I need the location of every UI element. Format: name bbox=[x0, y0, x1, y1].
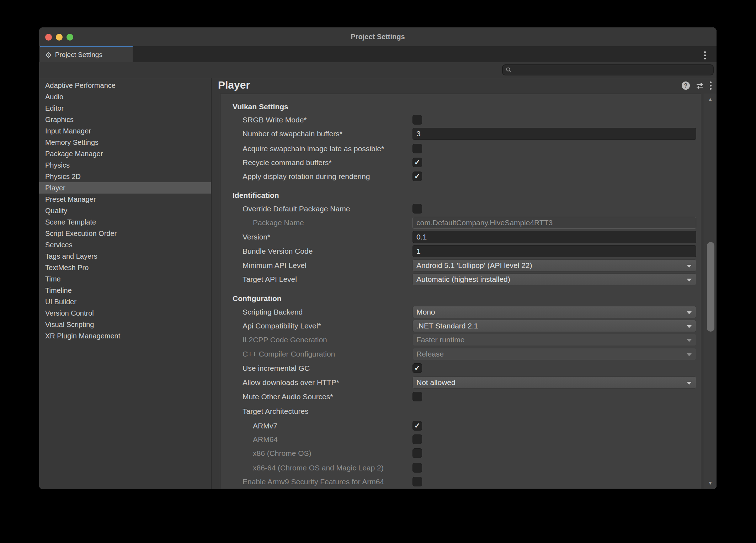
override-default-package-name-checkbox[interactable] bbox=[412, 204, 422, 213]
bundle-version-code-field[interactable]: 1 bbox=[412, 245, 696, 257]
search-input[interactable] bbox=[514, 67, 710, 74]
sidebar-item-adaptive-performance[interactable]: Adaptive Performance bbox=[39, 80, 211, 91]
target-api-level-value: Automatic (highest installed) bbox=[416, 275, 510, 283]
sidebar-item-services[interactable]: Services bbox=[39, 239, 211, 251]
title-bar: Project Settings bbox=[39, 27, 717, 46]
sidebar-item-textmesh-pro[interactable]: TextMesh Pro bbox=[39, 262, 211, 273]
label-number-of-swapchain-buffers: Number of swapchain buffers* bbox=[243, 130, 342, 138]
window-body: Adaptive PerformanceAudioEditorGraphicsI… bbox=[39, 78, 717, 489]
section-header-identification: Identification bbox=[233, 191, 279, 200]
chevron-down-icon bbox=[687, 279, 692, 281]
srgb-write-mode-checkbox[interactable] bbox=[412, 115, 422, 125]
section-header-configuration: Configuration bbox=[233, 294, 282, 303]
label-x86-64-chrome-os-and-magic-leap-2: x86-64 (Chrome OS and Magic Leap 2) bbox=[253, 464, 384, 472]
minimum-api-level-value: Android 5.1 'Lollipop' (API level 22) bbox=[416, 261, 532, 269]
tab-label: Project Settings bbox=[55, 51, 102, 59]
search-toolbar bbox=[39, 62, 717, 78]
chevron-down-icon bbox=[687, 265, 692, 268]
window-title: Project Settings bbox=[39, 27, 717, 46]
sidebar-item-xr-plugin-management[interactable]: XR Plugin Management bbox=[39, 330, 211, 342]
scroll-down-icon[interactable]: ▼ bbox=[704, 480, 717, 486]
label-use-incremental-gc: Use incremental GC bbox=[243, 364, 310, 373]
x86-chrome-os-checkbox bbox=[412, 448, 422, 458]
sidebar-item-script-execution-order[interactable]: Script Execution Order bbox=[39, 228, 211, 239]
label-armv7: ARMv7 bbox=[253, 422, 277, 430]
search-box[interactable] bbox=[502, 64, 714, 75]
apply-display-rotation-during-rendering-checkbox[interactable]: ✓ bbox=[412, 172, 422, 181]
sidebar-item-ui-builder[interactable]: UI Builder bbox=[39, 296, 211, 307]
allow-downloads-over-http-dropdown[interactable]: Not allowed bbox=[412, 376, 696, 389]
scripting-backend-dropdown[interactable]: Mono bbox=[412, 306, 696, 318]
tab-more-menu-icon[interactable] bbox=[704, 51, 706, 59]
label-minimum-api-level: Minimum API Level bbox=[243, 261, 307, 270]
vertical-scrollbar[interactable]: ▲ ▼ bbox=[704, 94, 717, 489]
label-c-compiler-configuration: C++ Compiler Configuration bbox=[243, 350, 335, 358]
recycle-command-buffers-checkbox[interactable]: ✓ bbox=[412, 158, 422, 167]
c-compiler-configuration-value: Release bbox=[416, 350, 444, 358]
sidebar-item-editor[interactable]: Editor bbox=[39, 102, 211, 114]
chevron-down-icon bbox=[687, 311, 692, 314]
label-bundle-version-code: Bundle Version Code bbox=[243, 247, 313, 255]
sidebar-item-preset-manager[interactable]: Preset Manager bbox=[39, 194, 211, 205]
mute-other-audio-sources-checkbox[interactable] bbox=[412, 392, 422, 401]
sidebar-item-input-manager[interactable]: Input Manager bbox=[39, 125, 211, 137]
page-title: Player bbox=[218, 79, 250, 91]
label-acquire-swapchain-image-late-as-possible: Acquire swapchain image late as possible… bbox=[243, 144, 384, 153]
scrollbar-thumb[interactable] bbox=[707, 242, 714, 332]
sidebar-item-tags-and-layers[interactable]: Tags and Layers bbox=[39, 251, 211, 262]
number-of-swapchain-buffers-field[interactable]: 3 bbox=[412, 128, 696, 140]
label-x86-chrome-os: x86 (Chrome OS) bbox=[253, 449, 312, 458]
sidebar-item-physics-2d[interactable]: Physics 2D bbox=[39, 171, 211, 182]
chevron-down-icon bbox=[687, 353, 692, 356]
sidebar-item-visual-scripting[interactable]: Visual Scripting bbox=[39, 319, 211, 330]
acquire-swapchain-image-late-as-possible-checkbox[interactable] bbox=[412, 144, 422, 153]
sidebar-item-scene-template[interactable]: Scene Template bbox=[39, 216, 211, 228]
api-compatibility-level-dropdown[interactable]: .NET Standard 2.1 bbox=[412, 320, 696, 332]
target-api-level-dropdown[interactable]: Automatic (highest installed) bbox=[412, 273, 696, 285]
sidebar-item-package-manager[interactable]: Package Manager bbox=[39, 148, 211, 159]
sidebar-item-timeline[interactable]: Timeline bbox=[39, 285, 211, 296]
sidebar-item-time[interactable]: Time bbox=[39, 273, 211, 285]
label-srgb-write-mode: SRGB Write Mode* bbox=[243, 116, 307, 124]
sidebar-item-audio[interactable]: Audio bbox=[39, 91, 211, 102]
pane-more-menu-icon[interactable] bbox=[710, 81, 712, 90]
il2cpp-code-generation-dropdown: Faster runtime bbox=[412, 334, 696, 346]
label-api-compatibility-level: Api Compatibility Level* bbox=[243, 322, 321, 330]
settings-scroll-panel: Vulkan SettingsSRGB Write Mode*Number of… bbox=[220, 94, 701, 489]
sidebar-item-physics[interactable]: Physics bbox=[39, 159, 211, 171]
label-package-name: Package Name bbox=[253, 218, 304, 227]
label-arm64: ARM64 bbox=[253, 435, 278, 444]
pane-header: Player ? bbox=[212, 78, 717, 94]
sidebar-item-graphics[interactable]: Graphics bbox=[39, 114, 211, 125]
label-mute-other-audio-sources: Mute Other Audio Sources* bbox=[243, 392, 333, 401]
package-name-field: com.DefaultCompany.HiveSample4RTT3 bbox=[412, 217, 696, 229]
chevron-down-icon bbox=[687, 325, 692, 328]
project-settings-window: Project Settings ⚙ Project Settings Adap… bbox=[39, 27, 717, 489]
use-incremental-gc-checkbox[interactable]: ✓ bbox=[412, 363, 422, 373]
pane-header-icons: ? bbox=[682, 81, 712, 90]
search-icon bbox=[506, 67, 512, 73]
armv7-checkbox[interactable]: ✓ bbox=[412, 421, 422, 431]
x86-64-chrome-os-and-magic-leap-2-checkbox bbox=[412, 463, 422, 473]
label-target-architectures: Target Architectures bbox=[243, 407, 309, 416]
scroll-up-icon[interactable]: ▲ bbox=[704, 96, 717, 102]
label-scripting-backend: Scripting Backend bbox=[243, 308, 303, 316]
tab-project-settings[interactable]: ⚙ Project Settings bbox=[40, 46, 133, 62]
allow-downloads-over-http-value: Not allowed bbox=[416, 378, 456, 386]
tab-bar: ⚙ Project Settings bbox=[39, 46, 717, 62]
preset-icon[interactable] bbox=[696, 83, 704, 89]
player-settings-pane: Player ? Vulkan SettingsSRGB Write Mode*… bbox=[212, 78, 717, 489]
minimum-api-level-dropdown[interactable]: Android 5.1 'Lollipop' (API level 22) bbox=[412, 259, 696, 272]
sidebar-item-memory-settings[interactable]: Memory Settings bbox=[39, 137, 211, 148]
sidebar-item-quality[interactable]: Quality bbox=[39, 205, 211, 216]
label-recycle-command-buffers: Recycle command buffers* bbox=[243, 158, 332, 167]
il2cpp-code-generation-value: Faster runtime bbox=[416, 336, 464, 344]
arm64-checkbox bbox=[412, 434, 422, 444]
section-header-vulkan-settings: Vulkan Settings bbox=[233, 102, 288, 111]
help-icon[interactable]: ? bbox=[682, 81, 690, 90]
version-field[interactable]: 0.1 bbox=[412, 231, 696, 243]
sidebar-item-version-control[interactable]: Version Control bbox=[39, 307, 211, 319]
enable-armv9-security-features-for-arm64-checkbox bbox=[412, 477, 422, 486]
label-il2cpp-code-generation: IL2CPP Code Generation bbox=[243, 336, 327, 344]
sidebar-item-player[interactable]: Player bbox=[39, 182, 211, 194]
